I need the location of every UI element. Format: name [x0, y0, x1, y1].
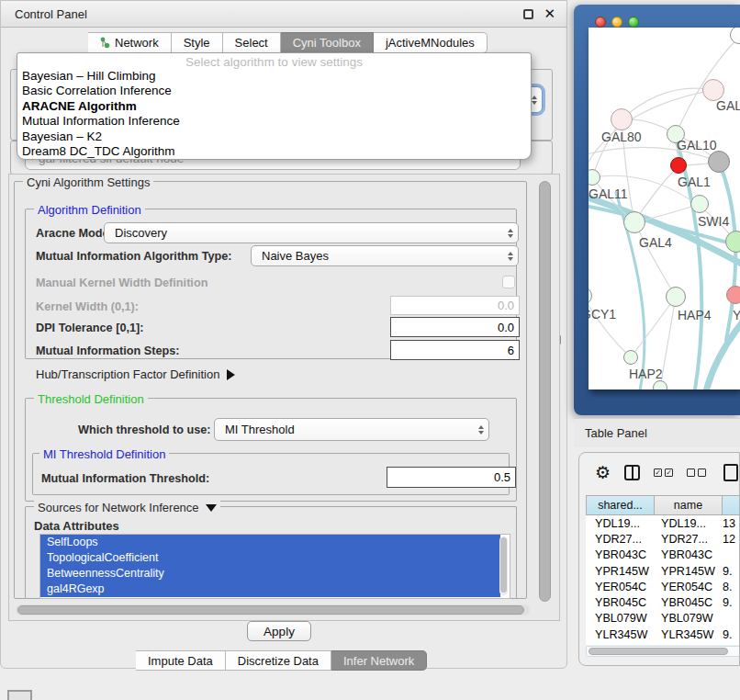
settings-horizontal-scrollbar[interactable] — [16, 604, 530, 615]
network-node-hap2[interactable] — [623, 350, 638, 365]
table-cell: 8. — [723, 581, 740, 593]
table-row[interactable]: YLR345WYLR345W9. — [586, 627, 740, 642]
table-cell: YBR045C — [655, 596, 723, 609]
settings-gear-icon[interactable]: ⚙ — [595, 464, 611, 481]
mi-threshold-field[interactable]: 0.5 — [387, 467, 516, 488]
control-panel-tab[interactable]: Select — [223, 32, 281, 53]
attribute-list-item[interactable]: TopologicalCoefficient — [40, 550, 500, 566]
floating-panel-icon[interactable] — [7, 690, 32, 700]
table-row[interactable]: YBR045CYBR045C9. — [586, 594, 740, 610]
table-row[interactable]: YIL052CYIL052C9. — [586, 642, 740, 645]
bottom-tab[interactable]: Impute Data — [136, 650, 226, 671]
dropdown-item-list: Bayesian – Hill ClimbingBasic Correlatio… — [17, 69, 531, 159]
mi-steps-value: 6 — [508, 344, 514, 357]
table-cell: YER054C — [586, 581, 655, 593]
network-view-window: GALGAL80GAL10GAL1GAL11SWI4GAL4GCY1HAP4YH… — [574, 5, 740, 415]
table-row[interactable]: YDR27...YDR27...12 — [586, 531, 740, 547]
column-header[interactable]: shared... — [586, 495, 655, 515]
kernel-width-label: Kernel Width (0,1): — [36, 300, 139, 313]
control-panel-tab[interactable]: Cyni Toolbox — [281, 32, 374, 53]
dropdown-item[interactable]: Dream8 DC_TDC Algorithm — [17, 144, 531, 159]
mi-type-value: Naive Bayes — [262, 249, 329, 263]
table-rows: YDL19...YDL19...13YDR27...YDR27...12YBR0… — [586, 515, 740, 645]
dropdown-item[interactable]: Mutual Information Inference — [17, 114, 531, 129]
expanded-arrow-icon — [206, 504, 217, 512]
table-row[interactable]: YDL19...YDL19...13 — [586, 515, 740, 531]
node-label: GAL4 — [639, 235, 672, 250]
close-icon[interactable]: ✕ — [544, 6, 555, 22]
table-cell: YBR043C — [586, 548, 655, 561]
tab-label: Select — [235, 36, 268, 50]
manual-kernel-label: Manual Kernel Width Definition — [36, 277, 207, 289]
attribute-list-item[interactable]: gal4RGexp — [40, 581, 500, 597]
dropdown-item[interactable]: Bayesian – Hill Climbing — [17, 69, 531, 84]
table-row[interactable]: YPR145WYPR145W9. — [586, 563, 740, 579]
table-toolbar: ⚙ ✓✓ — [579, 453, 739, 491]
network-node-y[interactable] — [726, 286, 740, 304]
control-panel-tab[interactable]: Network — [88, 32, 172, 53]
table-row[interactable]: YER054CYER054C8. — [586, 579, 740, 594]
tab-label: Cyni Toolbox — [293, 36, 361, 50]
attribute-list-item[interactable]: SelfLoops — [40, 535, 500, 550]
control-panel-tab[interactable]: jActiveMNodules — [374, 32, 488, 53]
unchecked-pair-icon[interactable] — [687, 469, 706, 477]
node-label: GAL11 — [589, 186, 628, 201]
bottom-tab[interactable]: Discretize Data — [226, 650, 331, 671]
dpi-tolerance-label: DPI Tolerance [0,1]: — [36, 322, 144, 334]
mi-type-combo[interactable]: Naive Bayes — [251, 245, 519, 266]
document-icon[interactable] — [723, 464, 738, 481]
network-node-hap4[interactable] — [666, 287, 686, 307]
which-threshold-label: Which threshold to use: — [78, 423, 211, 436]
table-cell: YBL079W — [655, 612, 723, 625]
data-attributes-label: Data Attributes — [34, 519, 119, 533]
mi-steps-field[interactable]: 6 — [390, 340, 520, 360]
float-window-icon[interactable] — [523, 9, 533, 19]
column-header[interactable] — [723, 495, 740, 515]
table-cell: 13 — [723, 517, 740, 530]
dpi-tolerance-field[interactable]: 0.0 — [390, 317, 520, 337]
hub-definition-expander[interactable]: Hub/Transcription Factor Definition — [36, 367, 235, 381]
dropdown-item[interactable]: Bayesian – K2 — [17, 130, 531, 144]
kernel-width-field[interactable]: 0.0 — [390, 296, 520, 315]
node-label: GAL10 — [677, 138, 717, 152]
dropdown-item[interactable]: ARACNE Algorithm — [17, 99, 531, 114]
network-node-swi4[interactable] — [690, 195, 709, 213]
bottom-tab-label: Discretize Data — [238, 654, 319, 668]
network-node[interactable] — [653, 380, 667, 390]
table-cell: YDR27... — [655, 533, 723, 546]
table-horizontal-scrollbar[interactable] — [586, 646, 740, 657]
manual-kernel-checkbox[interactable] — [502, 276, 515, 288]
table-row[interactable]: YBL079WYBL079W — [586, 611, 740, 627]
attribute-list-item[interactable]: BetweennessCentrality — [40, 566, 500, 581]
bottom-tab-bar: Impute Data Discretize Data Infer Networ… — [136, 650, 427, 671]
settings-vertical-scrollbar[interactable] — [539, 181, 551, 602]
bottom-tab[interactable]: Infer Network — [331, 650, 427, 671]
zoom-traffic-light-icon[interactable] — [628, 17, 639, 28]
data-attributes-list: SelfLoopsTopologicalCoefficientBetweenne… — [39, 534, 510, 599]
network-node-gal1[interactable] — [670, 157, 687, 174]
control-panel-tab[interactable]: Style — [172, 32, 223, 53]
network-node-gal80[interactable] — [611, 108, 633, 130]
table-row[interactable]: YBR043CYBR043C — [586, 548, 740, 563]
network-canvas[interactable]: GALGAL80GAL10GAL1GAL11SWI4GAL4GCY1HAP4YH… — [589, 28, 740, 390]
minimize-traffic-light-icon[interactable] — [611, 17, 622, 28]
network-node[interactable] — [708, 151, 730, 173]
aracne-mode-combo[interactable]: Discovery — [104, 222, 519, 243]
network-node-gal4[interactable] — [623, 211, 645, 233]
checked-pair-icon[interactable]: ✓✓ — [654, 469, 673, 477]
dropdown-item[interactable]: Basic Correlation Inference — [17, 84, 531, 98]
aracne-mode-value: Discovery — [115, 226, 167, 240]
close-traffic-light-icon[interactable] — [595, 17, 606, 28]
table-cell: YIL052C — [586, 644, 655, 645]
column-header[interactable]: name — [655, 495, 723, 515]
bottom-tab-label: Infer Network — [343, 654, 414, 668]
table-cell: YLR345W — [655, 628, 723, 641]
sources-title[interactable]: Sources for Network Inference — [34, 501, 220, 514]
columns-icon[interactable] — [624, 465, 640, 480]
control-panel-titlebar: Control Panel ✕ — [1, 1, 566, 28]
apply-button[interactable]: Apply — [247, 621, 311, 641]
attributes-scrollbar[interactable] — [499, 536, 508, 595]
table-cell: YBR045C — [586, 596, 655, 609]
which-threshold-combo[interactable]: MI Threshold — [214, 418, 489, 441]
tab-label: Style — [184, 36, 210, 50]
